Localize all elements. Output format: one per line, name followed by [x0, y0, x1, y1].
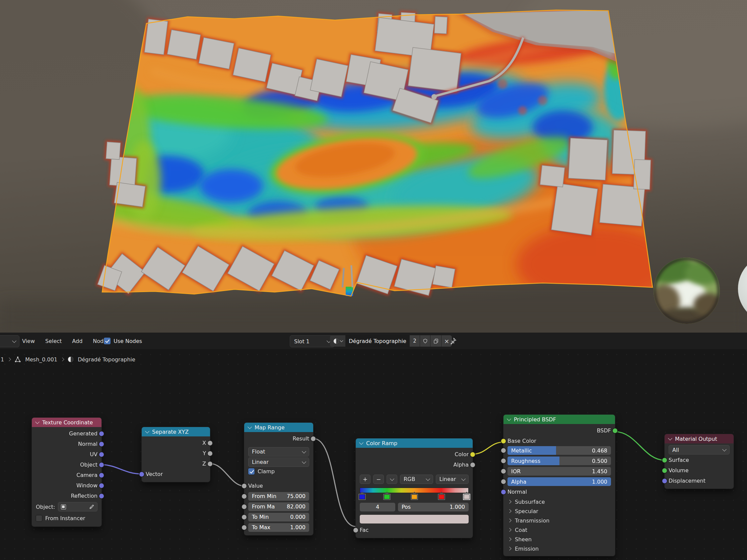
clamp-checkbox[interactable] [248, 468, 255, 475]
socket-base-color[interactable] [501, 439, 506, 444]
from-min-field[interactable]: From Min75.000 [248, 492, 309, 501]
node-color-ramp[interactable]: Color Ramp Color Alpha + − RGB Linear 4 … [356, 438, 473, 538]
socket-color[interactable] [470, 452, 475, 457]
section-sheen[interactable]: Sheen [504, 535, 615, 544]
ramp-stop-3[interactable] [438, 492, 444, 499]
alpha-slider[interactable]: Alpha1.000 [508, 477, 611, 486]
menu-add[interactable]: Add [71, 337, 83, 346]
collapse-icon[interactable] [248, 425, 252, 429]
remove-stop-button[interactable]: − [373, 475, 384, 484]
active-stop-color-swatch[interactable] [360, 515, 469, 524]
target-row: All [665, 445, 733, 455]
node-header[interactable]: Principled BSDF [504, 415, 615, 424]
node-material-output[interactable]: Material Output All Surface Volume Displ… [665, 434, 733, 489]
menu-select[interactable]: Select [45, 337, 62, 346]
socket-surface[interactable] [662, 458, 667, 462]
menu-view[interactable]: View [21, 337, 35, 346]
add-stop-button[interactable]: + [360, 475, 370, 484]
collapse-icon[interactable] [145, 429, 149, 433]
collapse-icon[interactable] [507, 417, 511, 421]
input-value: Value [244, 481, 313, 491]
roughness-slider[interactable]: Roughness0.500 [508, 456, 611, 465]
socket-from-min[interactable] [242, 494, 247, 499]
socket-alpha[interactable] [470, 462, 475, 467]
socket-window[interactable] [99, 483, 104, 488]
to-max-field[interactable]: To Max1.000 [248, 523, 309, 532]
node-header[interactable]: Texture Coordinate [32, 418, 102, 427]
editor-type-dropdown[interactable] [0, 335, 20, 347]
collapse-icon[interactable] [35, 420, 40, 424]
socket-metallic[interactable] [501, 448, 506, 453]
output-target-dropdown[interactable]: All [669, 445, 729, 454]
section-coat[interactable]: Coat [504, 525, 615, 535]
ramp-stop-2[interactable] [411, 492, 417, 499]
socket-y[interactable] [208, 451, 212, 456]
node-texture-coordinate[interactable]: Texture Coordinate Generated Normal UV O… [32, 418, 102, 527]
socket-camera[interactable] [99, 473, 104, 478]
from-max-field[interactable]: From Ma82.000 [248, 502, 309, 511]
viewport-3d[interactable] [0, 0, 747, 332]
color-mode-dropdown[interactable]: RGB [400, 475, 433, 484]
socket-value[interactable] [242, 484, 247, 488]
section-emission[interactable]: Emission [504, 544, 615, 553]
pin-button[interactable] [449, 337, 457, 346]
section-transmission[interactable]: Transmission [504, 516, 615, 525]
socket-from-max[interactable] [242, 504, 247, 509]
socket-fac[interactable] [353, 528, 358, 533]
stop-position-field[interactable]: Pos1.000 [398, 503, 469, 511]
ramp-interpolation-dropdown[interactable]: Linear [436, 475, 469, 484]
socket-z[interactable] [208, 461, 212, 466]
ramp-stop-4[interactable] [464, 492, 470, 499]
ior-slider[interactable]: IOR1.450 [508, 467, 611, 476]
data-type-dropdown[interactable]: Float [248, 447, 309, 456]
material-slot-dropdown[interactable]: Slot 1 [290, 335, 335, 347]
socket-ior[interactable] [501, 469, 506, 474]
node-principled-bsdf[interactable]: Principled BSDF BSDF Base Color Metallic… [504, 415, 615, 556]
socket-displacement[interactable] [662, 479, 667, 483]
from-instancer-checkbox[interactable] [36, 515, 42, 522]
socket-roughness[interactable] [501, 458, 506, 463]
section-subsurface[interactable]: Subsurface [504, 497, 615, 506]
metallic-row: Metallic0.468 [504, 446, 615, 455]
ramp-stop-0[interactable] [359, 492, 365, 499]
socket-reflection[interactable] [99, 494, 104, 498]
chevron-down-icon [390, 477, 394, 481]
ramp-options-button[interactable] [387, 475, 397, 484]
active-stop-index-field[interactable]: 4 [360, 503, 395, 511]
duplicate-material-button[interactable] [431, 335, 441, 347]
node-separate-xyz[interactable]: Separate XYZ X Y Z Vector [142, 427, 210, 482]
socket-volume[interactable] [662, 468, 667, 473]
use-nodes-toggle[interactable]: Use Nodes [104, 332, 142, 349]
material-users-count[interactable]: 2 [410, 335, 420, 347]
to-min-field[interactable]: To Min0.000 [248, 513, 309, 522]
metallic-slider[interactable]: Metallic0.468 [508, 446, 611, 455]
socket-object[interactable] [99, 462, 104, 467]
node-header[interactable]: Material Output [665, 434, 733, 444]
socket-vector[interactable] [139, 472, 144, 477]
socket-to-min[interactable] [242, 515, 247, 519]
collapse-icon[interactable] [359, 441, 363, 445]
socket-bsdf[interactable] [613, 428, 617, 433]
from-min-row: From Min75.000 [244, 491, 313, 501]
material-browse-button[interactable] [330, 335, 345, 347]
material-name-field[interactable]: Dégradé Topographie [346, 335, 409, 347]
node-map-range[interactable]: Map Range Result Float Linear Clamp Valu… [244, 423, 313, 535]
socket-alpha-in[interactable] [501, 479, 506, 484]
socket-x[interactable] [208, 441, 212, 446]
fake-user-button[interactable] [420, 335, 430, 347]
socket-normal[interactable] [99, 442, 104, 447]
socket-normal-in[interactable] [501, 490, 506, 495]
node-header[interactable]: Separate XYZ [142, 427, 210, 436]
interpolation-dropdown[interactable]: Linear [248, 457, 309, 467]
ramp-stop-1[interactable] [384, 492, 390, 499]
socket-generated[interactable] [99, 431, 104, 436]
node-header[interactable]: Color Ramp [356, 438, 473, 448]
socket-to-max[interactable] [242, 525, 247, 530]
socket-uv[interactable] [99, 452, 104, 457]
socket-result[interactable] [311, 436, 315, 441]
use-nodes-checkbox[interactable] [104, 338, 110, 344]
node-header[interactable]: Map Range [244, 423, 313, 432]
object-picker-field[interactable] [58, 502, 98, 511]
collapse-icon[interactable] [668, 436, 672, 441]
section-specular[interactable]: Specular [504, 506, 615, 516]
